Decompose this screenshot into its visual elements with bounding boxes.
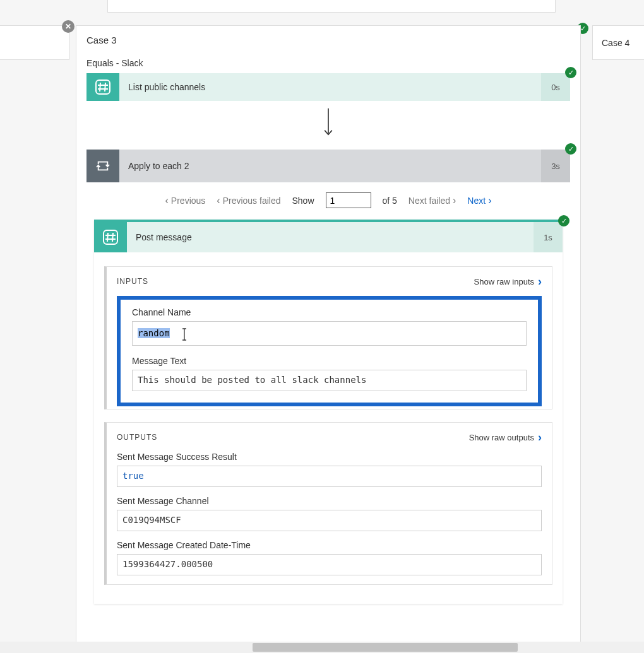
iteration-pager: ‹ Previous ‹ Previous failed Show of 5 N… [86, 182, 570, 220]
slack-hash-icon [86, 73, 119, 101]
sent-success-label: Sent Message Success Result [117, 452, 542, 462]
close-icon[interactable]: ✕ [62, 20, 75, 33]
step-title: Apply to each 2 [128, 161, 189, 171]
check-icon: ✓ [558, 215, 569, 226]
pager-next-failed-label: Next failed [408, 196, 450, 206]
sent-channel-text: C019Q94MSCF [122, 515, 181, 525]
chevron-right-icon: › [538, 276, 542, 287]
case-title: Case 3 [76, 26, 580, 58]
pager-next[interactable]: Next › [467, 196, 491, 206]
message-text-value[interactable]: This should be posted to all slack chann… [132, 370, 527, 391]
sent-channel-value[interactable]: C019Q94MSCF [117, 510, 542, 531]
step-title: List public channels [128, 82, 205, 92]
flow-arrow-icon [76, 101, 580, 150]
step-duration: 1s [534, 222, 563, 252]
chevron-right-icon: › [488, 196, 491, 206]
pager-previous-label: Previous [171, 196, 205, 206]
case-panel: Case 3 Equals - Slack List public channe… [76, 25, 581, 653]
horizontal-scrollbar[interactable] [0, 642, 644, 653]
channel-name-text: random [138, 328, 170, 338]
inputs-highlight-box: Channel Name random Message Text This sh… [117, 296, 542, 406]
show-raw-inputs[interactable]: Show raw inputs › [474, 276, 542, 287]
message-text-label: Message Text [132, 356, 527, 366]
show-raw-outputs[interactable]: Show raw outputs › [469, 432, 542, 443]
channel-name-value[interactable]: random [132, 321, 527, 346]
step-duration: 3s [541, 150, 570, 182]
step-list-public-channels[interactable]: List public channels 0s ✓ [86, 73, 570, 101]
loop-icon [86, 150, 119, 182]
pager-index-input[interactable] [326, 192, 371, 208]
scrollbar-thumb[interactable] [253, 643, 518, 652]
inputs-heading: INPUTS [117, 277, 148, 286]
show-raw-inputs-label: Show raw inputs [474, 277, 534, 286]
sent-success-text: true [122, 471, 144, 481]
show-raw-outputs-label: Show raw outputs [469, 433, 534, 442]
check-icon: ✓ [565, 67, 576, 78]
sent-created-value[interactable]: 1599364427.000500 [117, 554, 542, 575]
step-apply-to-each[interactable]: Apply to each 2 3s ✓ [86, 150, 570, 182]
prev-card-fragment [107, 0, 556, 13]
channel-name-label: Channel Name [132, 307, 527, 317]
message-text-text: This should be posted to all slack chann… [138, 375, 366, 385]
case-tab-right-label: Case 4 [602, 38, 629, 48]
pager-previous-failed-label: Previous failed [223, 196, 281, 206]
step-title: Post message [136, 232, 192, 242]
case-tab-left[interactable] [0, 25, 69, 60]
outputs-heading: OUTPUTS [117, 433, 157, 442]
sent-channel-label: Sent Message Channel [117, 496, 542, 506]
chevron-right-icon: › [538, 432, 542, 443]
check-icon: ✓ [565, 143, 576, 155]
pager-next-label: Next [467, 196, 486, 206]
step-post-message: ✓ Post message 1s INPUTS Show raw inputs [94, 220, 563, 604]
chevron-left-icon: ‹ [217, 196, 220, 206]
chevron-left-icon: ‹ [165, 196, 169, 206]
sent-created-text: 1599364427.000500 [122, 559, 213, 569]
pager-next-failed[interactable]: Next failed › [408, 196, 456, 206]
pager-previous-failed[interactable]: ‹ Previous failed [217, 196, 280, 206]
sent-success-value[interactable]: true [117, 466, 542, 487]
case-tab-right[interactable]: Case 4 [592, 25, 644, 60]
sent-created-label: Sent Message Created Date-Time [117, 540, 542, 550]
inputs-section: INPUTS Show raw inputs › Channel Name ra… [104, 266, 552, 409]
case-condition: Equals - Slack [76, 58, 580, 73]
chevron-right-icon: › [453, 196, 456, 206]
apply-to-each-body: ‹ Previous ‹ Previous failed Show of 5 N… [86, 182, 570, 604]
step-post-message-header[interactable]: Post message 1s [94, 222, 563, 252]
slack-hash-icon [94, 222, 127, 252]
svg-rect-0 [96, 80, 110, 94]
text-cursor-icon [181, 328, 188, 343]
pager-of-label: of 5 [383, 196, 397, 206]
pager-previous[interactable]: ‹ Previous [165, 196, 206, 206]
pager-show-label: Show [292, 196, 314, 206]
step-duration: 0s [541, 73, 570, 101]
svg-rect-2 [104, 230, 117, 244]
outputs-section: OUTPUTS Show raw outputs › Sent Message … [104, 422, 552, 585]
